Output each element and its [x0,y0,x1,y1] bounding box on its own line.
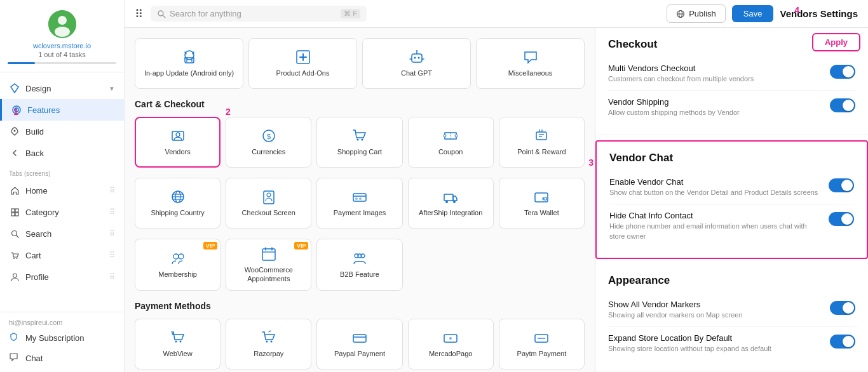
feature-card-razorpay[interactable]: Razorpay [226,319,311,369]
feature-card-shipping-country[interactable]: Shipping Country [135,178,220,229]
feature-card-inapp-update[interactable]: In-app Update (Android only) [135,38,243,89]
paypal-icon [351,329,368,346]
sidebar-item-cart[interactable]: Cart ⠿ [0,244,124,266]
grid-menu-icon[interactable]: ⠿ [135,7,143,21]
feature-card-checkout-screen[interactable]: Checkout Screen [226,178,311,229]
feature-label-aftership: AfterShip Integration [419,208,482,217]
vip-badge-woo: VIP [294,242,309,249]
badge-number-4: 4 [794,5,799,15]
sidebar-item-home[interactable]: Home ⠿ [0,180,124,201]
feature-card-woo-appointments[interactable]: VIP WooCommerce Appointments [226,239,311,291]
feature-label-addons: Product Add-Ons [276,69,330,77]
feature-card-webview[interactable]: WebView [135,319,220,369]
chat-bubble-icon [522,49,539,65]
nav-item-build[interactable]: Build [0,121,124,142]
feature-label-paytm: Paytm Payment [517,349,567,358]
feature-card-payment-images[interactable]: Payment Images [316,178,402,229]
person-icon [9,271,20,282]
svg-point-1 [58,16,67,25]
svg-point-34 [416,50,417,51]
hide-chat-info-toggle[interactable] [829,212,854,226]
svg-text:$: $ [267,133,271,140]
feature-card-b2b[interactable]: B2B Feature [316,239,402,291]
sidebar-category-label: Category [25,208,59,217]
show-vendor-markers-toggle[interactable] [830,301,855,315]
feature-label-tera-wallet: Tera Wallet [524,208,559,217]
feature-card-chatgpt[interactable]: Chat GPT [362,38,471,89]
enable-vendor-chat-toggle[interactable] [829,178,854,192]
sidebar-profile: wclovers.mstore.io 1 out of 4 tasks [0,0,124,72]
feature-card-paypal[interactable]: Paypal Payment [316,319,402,369]
feature-card-currencies[interactable]: $ Currencies [226,117,311,168]
sidebar-item-profile[interactable]: Profile ⠿ [0,266,124,288]
hide-chat-info-row: Hide Chat Info Contact Hide phone number… [609,204,854,248]
svg-point-75 [179,340,181,342]
feature-card-shopping-cart[interactable]: Shopping Cart [316,117,402,168]
right-panel: Apply Checkout Multi Vendors Checkout Cu… [595,28,868,372]
expand-store-toggle[interactable] [830,335,855,349]
sidebar-item-search[interactable]: Search ⠿ [0,223,124,244]
apply-button[interactable]: Apply [812,33,860,51]
svg-point-38 [176,133,180,136]
svg-point-76 [172,333,173,335]
plus-box-icon [295,49,311,65]
feature-card-aftership[interactable]: AfterShip Integration [408,178,494,229]
vendor-chat-title: Vendor Chat [609,152,854,164]
feature-card-empty-1 [408,239,494,291]
feature-card-coupon[interactable]: Coupon [408,117,494,168]
shield-icon [9,332,20,343]
feature-card-paytm[interactable]: Paytm Payment [499,319,585,369]
vendor-shipping-toggle[interactable] [830,98,855,112]
feature-card-point-reward[interactable]: Point & Reward [499,117,585,168]
enable-vendor-chat-name: Enable Vendor Chat [609,177,821,187]
feature-card-misc[interactable]: Miscellaneous [476,38,585,89]
search-icon-sidebar [9,228,20,239]
coupon-icon [442,128,459,144]
badge-number-2: 2 [226,107,231,117]
nav-label-features: Features [27,105,60,115]
feature-card-mercadopago[interactable]: MercadoPago [408,319,494,369]
svg-point-77 [266,340,268,342]
diamond-icon [9,83,20,94]
feature-label-membership: Membership [158,270,197,279]
nav-item-design[interactable]: Design ▼ [0,77,124,99]
feature-card-tera-wallet[interactable]: Tera Wallet [499,178,585,229]
feature-card-product-addons[interactable]: Product Add-Ons [248,38,357,89]
feature-card-membership[interactable]: VIP Membership [135,239,220,291]
sidebar-search-label: Search [25,229,51,239]
publish-button[interactable]: Publish [667,4,726,23]
sidebar-item-category[interactable]: Category ⠿ [0,201,124,223]
drag-handle-profile: ⠿ [109,272,115,281]
svg-point-7 [14,130,16,132]
currencies-icon: $ [261,128,277,144]
feature-label-shopping-cart: Shopping Cart [337,147,382,156]
webview-icon [170,329,186,346]
nav-item-features[interactable]: Features [0,99,124,121]
svg-point-64 [543,198,545,199]
chat-icon-sidebar [9,352,20,364]
multi-vendors-toggle[interactable] [830,65,855,79]
feature-card-vendors[interactable]: Vendors [135,117,220,168]
feature-label-woo: WooCommerce Appointments [230,265,307,284]
search-bar[interactable]: Search for anything ⌘ F [151,6,367,22]
payment-methods-title: Payment Methods [135,301,585,311]
sidebar-cart-label: Cart [25,251,41,260]
avatar [48,10,76,38]
globe-icon [676,10,685,18]
svg-rect-46 [536,132,546,140]
feature-label-vendors: Vendors [165,147,190,156]
nav-item-back[interactable]: Back [0,142,124,164]
tera-wallet-icon [533,189,550,205]
chevron-down-icon: ▼ [109,85,115,92]
expand-store-row: Expand Store Location By Default Showing… [608,327,855,360]
cart-checkout-title: Cart & Checkout [135,99,585,109]
shopping-cart-icon [351,128,368,144]
enable-vendor-chat-info: Enable Vendor Chat Show chat button on t… [609,177,829,197]
svg-point-58 [355,197,358,200]
save-button[interactable]: Save [732,5,774,22]
robot-icon [409,49,425,65]
my-subscription-item[interactable]: My Subscription [0,328,124,348]
search-placeholder: Search for anything [170,9,241,18]
svg-point-65 [173,254,179,259]
chat-item[interactable]: Chat [0,348,124,368]
